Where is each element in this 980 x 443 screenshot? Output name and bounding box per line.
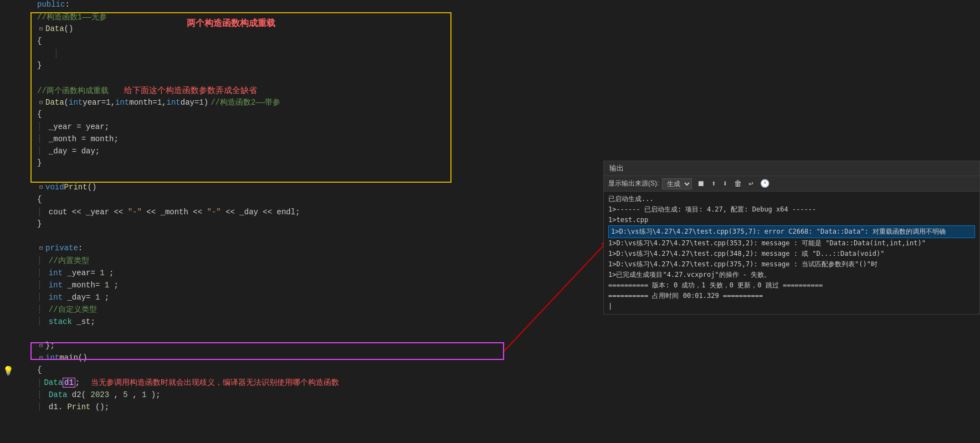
collapse-icon[interactable]: ⊟	[37, 245, 45, 251]
table-row: {	[0, 365, 980, 378]
table-row: //两个函数构成重载 给下面这个构造函数参数弄成全缺省	[0, 85, 980, 97]
table-row: {	[0, 37, 980, 49]
table-row: public:	[0, 0, 980, 12]
output-line: ========== 版本: 0 成功，1 失败，0 更新，0 跳过 =====…	[608, 280, 975, 291]
collapse-icon[interactable]: ⊟	[37, 25, 45, 32]
hint-icon[interactable]: 💡	[3, 365, 14, 377]
collapse-icon[interactable]: ⊟	[37, 354, 45, 361]
table-row: {	[0, 110, 980, 122]
table-row: ⊟ Data()	[0, 24, 980, 37]
output-line: 1>D:\vs练习\4.27\4.27\test.cpp(353,2): mes…	[608, 238, 975, 249]
output-line: 1>------ 已启动生成: 项目: 4.27, 配置: Debug x64 …	[608, 204, 975, 215]
output-toolbar: 显示输出来源(S): 生成 ⏹ ⬆ ⬇ 🗑 ↩ 🕐	[604, 176, 979, 192]
output-line: 已启动生成...	[608, 194, 975, 204]
main-container: public: //构造函数1——无参 ⊟ Data()	[0, 0, 980, 443]
toolbar-clear-icon[interactable]: 🗑	[732, 178, 743, 189]
table-row: ⊟ int main ()	[0, 353, 980, 365]
table-row: ┊ _month = month;	[0, 134, 980, 146]
code-body: public:	[26, 0, 70, 9]
table-row: ┊ stack _st;	[0, 317, 980, 329]
table-row: ┊	[0, 49, 980, 61]
table-row: ┊ _day = day;	[0, 146, 980, 158]
collapse-icon[interactable]: ⊟	[37, 342, 45, 349]
table-row: //构造函数1——无参	[0, 12, 980, 24]
table-row: }	[0, 61, 980, 73]
d1-variable: d1	[63, 378, 75, 388]
table-row	[0, 73, 980, 85]
table-row: ⊟ Data ( int year= 1 , int month= 1 , in…	[0, 97, 980, 110]
table-row	[0, 329, 980, 341]
toolbar-up-icon[interactable]: ⬆	[710, 178, 717, 189]
table-row: ┊ d1. Print ();	[0, 402, 980, 414]
output-line: 1>test.cpp	[608, 215, 975, 225]
table-row: ┊ Data d2( 2023 , 5 , 1 );	[0, 390, 980, 402]
output-header: 输出	[604, 161, 979, 176]
output-line: 1>D:\vs练习\4.27\4.27\test.cpp(375,7): mes…	[608, 259, 975, 270]
toolbar-down-icon[interactable]: ⬇	[721, 178, 729, 189]
collapse-icon[interactable]: ⊟	[37, 99, 45, 106]
output-source-select[interactable]: 生成	[662, 178, 692, 189]
output-line: 1>已完成生成项目"4.27.vcxproj"的操作 - 失败。	[608, 270, 975, 280]
table-row: ┊ _year = year;	[0, 122, 980, 134]
toolbar-wrap-icon[interactable]: ↩	[747, 178, 755, 189]
table-row: ⊟ };	[0, 341, 980, 353]
toolbar-stop-icon[interactable]: ⏹	[695, 178, 706, 189]
output-panel: 输出 显示输出来源(S): 生成 ⏹ ⬆ ⬇ 🗑 ↩ 🕐 已启动生成... 1>…	[603, 161, 980, 315]
collapse-icon[interactable]: ⊟	[37, 184, 45, 190]
output-source-label: 显示输出来源(S):	[608, 179, 659, 188]
output-title: 输出	[609, 163, 624, 173]
output-body: 已启动生成... 1>------ 已启动生成: 项目: 4.27, 配置: D…	[604, 192, 979, 314]
output-cursor: |	[608, 301, 975, 312]
toolbar-time-icon[interactable]: 🕐	[758, 178, 771, 189]
output-error-line: 1>D:\vs练习\4.27\4.27\test.cpp(375,7): err…	[608, 225, 975, 238]
output-line: 1>D:\vs练习\4.27\4.27\test.cpp(348,2): mes…	[608, 249, 975, 259]
table-row: ┊ Data d1 ; 当无参调用构造函数时就会出现歧义，编译器无法识别使用哪个…	[0, 378, 980, 390]
code-editor: public: //构造函数1——无参 ⊟ Data()	[0, 0, 980, 443]
output-line: ========== 占用时间 00:01.329 ==========	[608, 291, 975, 301]
